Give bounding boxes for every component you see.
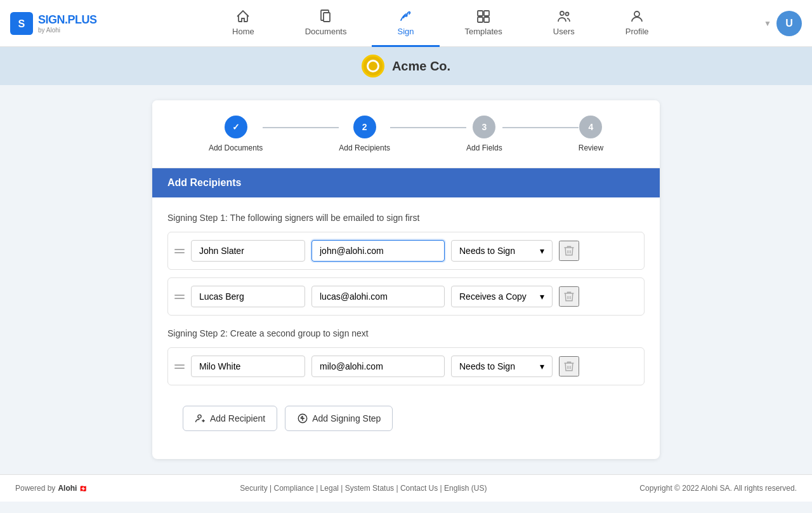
- home-icon: [235, 9, 251, 24]
- footer-brand: Alohi: [58, 484, 77, 493]
- drag-handle-1[interactable]: [174, 249, 185, 253]
- company-banner: Acme Co.: [0, 47, 812, 85]
- role-select-3[interactable]: Needs to Sign ▾: [451, 356, 553, 377]
- svg-point-9: [565, 12, 568, 15]
- nav-item-home[interactable]: Home: [207, 0, 280, 47]
- delete-btn-1[interactable]: [559, 241, 579, 261]
- avatar[interactable]: U: [776, 11, 802, 36]
- nav-label-home: Home: [232, 27, 254, 36]
- role-dropdown-arrow-3: ▾: [540, 361, 544, 371]
- add-recipient-label: Add Recipient: [210, 413, 265, 423]
- nav-item-sign[interactable]: Sign: [372, 0, 439, 47]
- svg-point-11: [198, 415, 201, 418]
- nav-label-profile: Profile: [625, 27, 649, 36]
- svg-point-10: [634, 11, 639, 17]
- recipient-name-input-2[interactable]: [191, 286, 305, 307]
- company-icon: [362, 55, 384, 77]
- footer-links[interactable]: Security | Compliance | Legal | System S…: [240, 484, 487, 493]
- drag-handle-2[interactable]: [174, 295, 185, 299]
- stepper: ✓ Add Documents 2 Add Recipients 3 Add F…: [152, 100, 660, 168]
- step-add-recipients: 2 Add Recipients: [339, 116, 390, 152]
- recipient-row-1: Needs to Sign ▾: [167, 232, 645, 270]
- role-select-1[interactable]: Needs to Sign ▾: [451, 240, 553, 262]
- svg-rect-7: [484, 17, 489, 22]
- signing-step-2-label: Signing Step 2: Create a second group to…: [167, 328, 645, 338]
- svg-rect-3: [324, 13, 330, 22]
- sign-icon: [398, 9, 414, 24]
- add-signing-step-icon: [297, 413, 308, 424]
- role-dropdown-arrow-1: ▾: [540, 246, 544, 256]
- signing-step-1: Signing Step 1: The following signers wi…: [167, 213, 645, 316]
- nav-label-users: Users: [553, 27, 575, 36]
- recipient-name-input-3[interactable]: [191, 356, 305, 377]
- nav-dropdown-arrow[interactable]: ▼: [764, 19, 771, 28]
- step-circle-4: 4: [579, 116, 602, 138]
- recipient-email-input-3[interactable]: [311, 356, 445, 377]
- nav-item-profile[interactable]: Profile: [600, 0, 674, 47]
- profile-icon: [629, 9, 645, 24]
- svg-point-8: [560, 11, 564, 15]
- section-header: Add Recipients: [152, 168, 660, 197]
- step-review: 4 Review: [579, 116, 603, 152]
- delete-btn-2[interactable]: [559, 286, 579, 307]
- bottom-actions: Add Recipient Add Signing Step: [167, 393, 645, 444]
- add-recipient-icon: [195, 413, 206, 424]
- templates-icon: [476, 9, 491, 24]
- footer: Powered by Alohi 🇨🇭 Security | Complianc…: [0, 474, 812, 502]
- role-value-1: Needs to Sign: [459, 246, 515, 256]
- svg-rect-6: [478, 17, 483, 22]
- role-select-2[interactable]: Receives a Copy ▾: [451, 286, 553, 307]
- svg-rect-4: [478, 11, 483, 16]
- svg-rect-5: [484, 11, 489, 16]
- nav-label-sign: Sign: [397, 27, 414, 36]
- nav-right: ▼ U: [764, 11, 802, 36]
- step-add-documents: ✓ Add Documents: [209, 116, 263, 152]
- step-line-1: [263, 127, 339, 128]
- company-name: Acme Co.: [392, 59, 450, 74]
- copyright-text: Copyright © 2022 Alohi SA. All rights re…: [639, 484, 797, 493]
- role-dropdown-arrow-2: ▾: [540, 291, 544, 302]
- trash-icon-2: [563, 290, 575, 303]
- step-add-fields: 3 Add Fields: [466, 116, 502, 152]
- step-line-2: [390, 127, 466, 128]
- logo-sub: by Alohi: [38, 27, 97, 34]
- nav-item-users[interactable]: Users: [528, 0, 600, 47]
- main-content: ✓ Add Documents 2 Add Recipients 3 Add F…: [0, 85, 812, 474]
- recipient-email-input-2[interactable]: [311, 286, 445, 307]
- add-signing-step-button[interactable]: Add Signing Step: [285, 406, 393, 431]
- section-title: Add Recipients: [167, 177, 241, 188]
- recipient-email-input-1[interactable]: [311, 240, 445, 262]
- logo-text: SIGN.PLUS: [38, 13, 97, 26]
- company-icon-inner: [367, 60, 379, 72]
- documents-icon: [318, 9, 334, 24]
- step-label-2: Add Recipients: [339, 143, 390, 152]
- recipient-row-3: Needs to Sign ▾: [167, 347, 645, 385]
- nav-links: Home Documents Sign Templates Users Prof…: [117, 0, 764, 47]
- signing-step-2: Signing Step 2: Create a second group to…: [167, 328, 645, 385]
- trash-icon-3: [563, 360, 575, 373]
- footer-left: Powered by Alohi 🇨🇭: [15, 484, 87, 493]
- add-recipient-button[interactable]: Add Recipient: [183, 406, 277, 431]
- step-label-3: Add Fields: [466, 143, 502, 152]
- step-label-4: Review: [579, 143, 603, 152]
- recipient-name-input-1[interactable]: [191, 240, 305, 262]
- delete-btn-3[interactable]: [559, 356, 579, 376]
- powered-by-text: Powered by: [15, 484, 55, 493]
- role-value-2: Receives a Copy: [459, 291, 527, 302]
- svg-text:S: S: [18, 18, 25, 29]
- form-content: Signing Step 1: The following signers wi…: [152, 197, 660, 459]
- logo[interactable]: S SIGN.PLUS by Alohi: [10, 12, 97, 35]
- add-signing-step-label: Add Signing Step: [312, 413, 381, 423]
- nav-label-templates: Templates: [465, 27, 502, 36]
- nav-item-documents[interactable]: Documents: [280, 0, 372, 47]
- footer-links-text: Security | Compliance | Legal | System S…: [240, 484, 487, 493]
- nav-item-templates[interactable]: Templates: [440, 0, 528, 47]
- recipient-row-2: Receives a Copy ▾: [167, 277, 645, 316]
- trash-icon-1: [563, 244, 575, 257]
- signing-step-1-label: Signing Step 1: The following signers wi…: [167, 213, 645, 223]
- footer-brand-icon: 🇨🇭: [79, 485, 87, 492]
- navbar: S SIGN.PLUS by Alohi Home Documents Sign…: [0, 0, 812, 47]
- step-line-3: [502, 127, 579, 128]
- step-circle-3: 3: [473, 116, 495, 138]
- drag-handle-3[interactable]: [174, 364, 185, 369]
